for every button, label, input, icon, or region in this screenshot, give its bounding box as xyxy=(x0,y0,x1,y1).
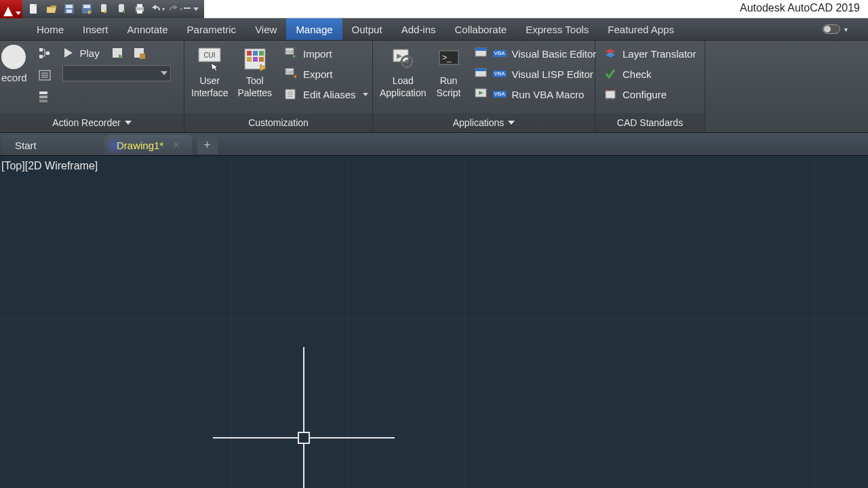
action-extra-1[interactable] xyxy=(109,45,125,61)
play-icon xyxy=(62,47,75,59)
svg-rect-36 xyxy=(259,57,264,62)
chevron-down-icon xyxy=(193,7,199,11)
svg-rect-32 xyxy=(253,51,258,56)
tab-collaborate[interactable]: Collaborate xyxy=(445,18,516,40)
panel-customization: CUI User Interface Tool Palettes CUI Imp… xyxy=(184,41,373,132)
list-check-icon xyxy=(38,68,52,82)
tab-start[interactable]: Start xyxy=(3,135,104,155)
tab-manage[interactable]: Manage xyxy=(286,18,342,40)
drawing-viewport[interactable]: [Top][2D Wireframe] xyxy=(0,156,868,488)
user-interface-button[interactable]: CUI User Interface xyxy=(190,45,229,100)
check-button[interactable]: Check xyxy=(599,65,700,83)
qat-save[interactable] xyxy=(60,1,78,16)
save-icon xyxy=(64,3,75,14)
svg-rect-22 xyxy=(39,100,47,102)
visual-lisp-editor-button[interactable]: VBA Visual LISP Editor xyxy=(470,65,601,83)
app-menu-button[interactable] xyxy=(0,0,22,18)
tab-express-tools[interactable]: Express Tools xyxy=(516,18,598,40)
load-application-button[interactable]: Load Application xyxy=(378,45,428,100)
tab-drawing1[interactable]: Drawing1* × xyxy=(104,135,192,155)
action-extra-2[interactable] xyxy=(131,45,147,61)
svg-rect-34 xyxy=(247,57,252,62)
quick-access-toolbar: ▾ ▾ xyxy=(22,0,204,18)
redo-icon xyxy=(168,5,179,13)
load-app-icon xyxy=(391,47,415,71)
tab-addins[interactable]: Add-ins xyxy=(392,18,446,40)
tab-annotate[interactable]: Annotate xyxy=(118,18,178,40)
script-icon xyxy=(111,47,123,59)
import-button[interactable]: CUI Import xyxy=(280,45,372,62)
qat-plot[interactable] xyxy=(131,1,149,16)
qat-open[interactable] xyxy=(43,1,60,16)
panel-label-customization: Customization xyxy=(184,113,372,132)
chevron-down-icon xyxy=(161,71,167,75)
svg-rect-13 xyxy=(39,48,43,52)
svg-text:CUI: CUI xyxy=(286,70,294,74)
action-tree-button[interactable] xyxy=(34,45,56,62)
svg-text:>_: >_ xyxy=(442,53,452,62)
chevron-down-icon xyxy=(125,121,132,125)
vba-editor-icon xyxy=(475,47,487,60)
qat-undo[interactable]: ▾ xyxy=(149,1,166,16)
vlisp-icon xyxy=(475,68,487,80)
run-macro-icon xyxy=(475,88,487,100)
tab-view[interactable]: View xyxy=(245,18,286,40)
tab-home[interactable]: Home xyxy=(27,18,73,40)
panel-label-applications[interactable]: Applications xyxy=(373,113,595,132)
qat-mobile[interactable] xyxy=(113,1,131,16)
undo-icon xyxy=(151,5,161,13)
aliases-icon xyxy=(285,88,297,100)
tab-insert[interactable]: Insert xyxy=(73,18,118,40)
tree-icon xyxy=(38,47,52,60)
export-button[interactable]: CUI Export xyxy=(280,65,372,83)
svg-rect-5 xyxy=(66,9,72,13)
action-combo[interactable] xyxy=(62,65,171,81)
script2-icon xyxy=(133,47,145,59)
ribbon-display-options[interactable]: ▾ xyxy=(823,18,868,40)
print-icon xyxy=(134,3,145,14)
panel-label-action-recorder[interactable]: Action Recorder xyxy=(0,113,184,132)
tab-parametric[interactable]: Parametric xyxy=(178,18,246,40)
close-tab-button[interactable]: × xyxy=(173,139,179,151)
import-icon: CUI xyxy=(285,47,297,60)
svg-rect-14 xyxy=(39,55,43,58)
vba-badge-icon: VBA xyxy=(493,70,507,77)
record-button[interactable] xyxy=(1,45,26,69)
tab-output[interactable]: Output xyxy=(342,18,392,40)
qat-redo[interactable]: ▾ xyxy=(166,1,184,16)
play-button[interactable]: Play xyxy=(62,45,104,61)
tool-palettes-button[interactable]: Tool Palettes xyxy=(236,45,273,100)
edit-aliases-button[interactable]: Edit Aliases xyxy=(280,85,372,103)
layer-translator-button[interactable]: Layer Translator xyxy=(599,45,700,62)
qat-new[interactable] xyxy=(25,1,43,16)
cui-icon: CUI xyxy=(197,47,222,71)
qat-web[interactable] xyxy=(96,1,113,16)
run-script-button[interactable]: >_ Run Script xyxy=(435,45,463,100)
visual-basic-editor-button[interactable]: VBA Visual Basic Editor xyxy=(470,45,601,62)
svg-rect-12 xyxy=(137,10,142,14)
tab-featured-apps[interactable]: Featured Apps xyxy=(598,18,684,40)
vba-badge-icon: VBA xyxy=(493,91,507,98)
new-tab-button[interactable]: + xyxy=(197,136,218,154)
svg-rect-35 xyxy=(253,57,258,62)
autocad-logo-icon xyxy=(2,5,14,18)
configure-button[interactable]: Configure xyxy=(599,85,700,103)
svg-rect-59 xyxy=(606,91,615,98)
svg-marker-0 xyxy=(3,7,13,16)
qat-customize[interactable] xyxy=(184,1,201,16)
svg-rect-4 xyxy=(66,5,73,8)
saveas-icon xyxy=(81,3,92,14)
run-vba-macro-button[interactable]: VBA Run VBA Macro xyxy=(470,85,601,103)
ribbon-tabs: Home Insert Annotate Parametric View Man… xyxy=(0,18,868,41)
cloud-open-icon xyxy=(99,3,110,14)
action-preferences-button[interactable] xyxy=(34,66,56,84)
action-manage-button[interactable] xyxy=(34,88,56,106)
qat-saveas[interactable] xyxy=(78,1,96,16)
viewport-label[interactable]: [Top][2D Wireframe] xyxy=(1,160,98,172)
svg-rect-54 xyxy=(475,68,486,71)
dropdown-arrow-icon xyxy=(16,12,21,15)
svg-point-48 xyxy=(405,60,409,64)
layer-translator-icon xyxy=(604,47,616,60)
chevron-down-icon xyxy=(508,121,515,125)
run-script-icon: >_ xyxy=(437,47,461,71)
